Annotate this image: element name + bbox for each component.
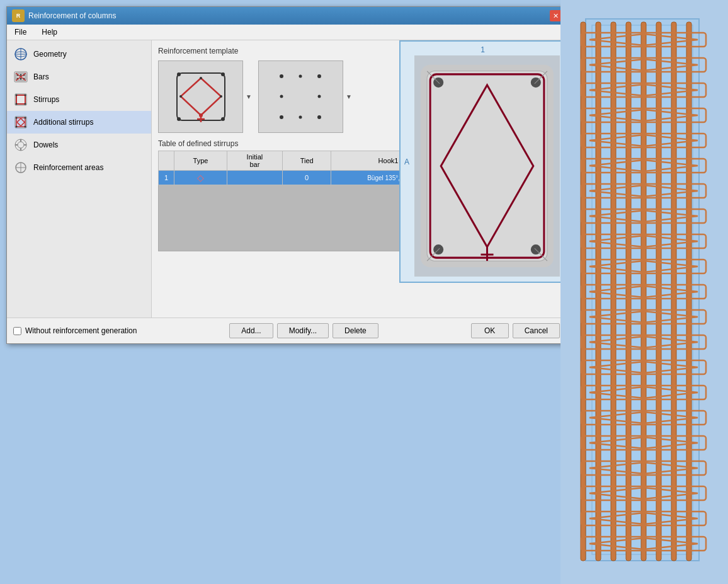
svg-point-26 xyxy=(25,117,26,119)
col-header-type: Type xyxy=(174,151,227,171)
svg-point-18 xyxy=(16,94,18,96)
dowels-icon xyxy=(13,137,28,152)
action-buttons: Add... Modify... Delete xyxy=(229,323,378,338)
svg-point-21 xyxy=(25,103,26,105)
svg-point-28 xyxy=(25,126,26,128)
type-diamond-icon: ◇ xyxy=(197,173,204,183)
sidebar-label-dowels: Dowels xyxy=(33,140,58,149)
svg-point-27 xyxy=(16,126,18,128)
template1-dropdown[interactable]: ▼ xyxy=(246,93,252,100)
row-tied: 0 xyxy=(282,171,331,185)
svg-point-20 xyxy=(16,103,18,105)
preview-panel: 1 A xyxy=(399,40,566,283)
svg-point-51 xyxy=(317,74,321,78)
modify-button[interactable]: Modify... xyxy=(277,323,329,338)
sidebar-label-reinforcement-areas: Reinforcement areas xyxy=(33,163,103,172)
template-box-1[interactable] xyxy=(158,60,243,133)
preview-label-left: A xyxy=(404,157,409,166)
svg-point-50 xyxy=(280,74,283,78)
svg-point-47 xyxy=(179,95,182,98)
template-item-1: ▼ xyxy=(158,60,252,133)
svg-rect-59 xyxy=(427,71,547,261)
sidebar-label-geometry: Geometry xyxy=(33,50,67,59)
additional-stirrups-icon xyxy=(13,115,28,130)
template-item-2: ▼ xyxy=(258,60,352,133)
sidebar-item-dowels[interactable]: Dowels xyxy=(7,134,151,156)
content-area: Geometry xyxy=(7,40,566,318)
checkbox-area: Without reinforcement generation xyxy=(13,326,137,335)
svg-marker-43 xyxy=(181,78,221,115)
add-button[interactable]: Add... xyxy=(229,323,273,338)
delete-button[interactable]: Delete xyxy=(333,323,378,338)
sidebar-item-additional-stirrups[interactable]: Additional stirrups xyxy=(7,111,151,134)
sidebar-label-stirrups: Stirrups xyxy=(33,95,59,104)
sidebar-item-geometry[interactable]: Geometry xyxy=(7,43,151,66)
row-type: ◇ xyxy=(174,171,227,185)
svg-point-54 xyxy=(280,95,283,98)
svg-rect-76 xyxy=(611,22,616,561)
sidebar-item-bars[interactable]: Bars xyxy=(7,66,151,88)
svg-rect-80 xyxy=(671,22,676,561)
sidebar: Geometry xyxy=(7,40,152,318)
geometry-icon xyxy=(13,47,28,62)
template-box-2[interactable] xyxy=(258,60,343,133)
svg-point-55 xyxy=(318,95,321,98)
row-initial-bar xyxy=(227,171,282,185)
svg-rect-77 xyxy=(626,22,631,561)
svg-rect-42 xyxy=(177,73,225,120)
close-button[interactable]: ✕ xyxy=(550,10,561,21)
dialog-window: R Reinforcement of columns ✕ File Help xyxy=(6,6,567,344)
title-bar-left: R Reinforcement of columns xyxy=(12,9,116,22)
bottom-bar: Without reinforcement generation Add... … xyxy=(7,318,566,343)
bars-icon xyxy=(13,69,28,84)
col-header-num xyxy=(159,151,174,171)
svg-rect-23 xyxy=(16,118,25,127)
svg-point-12 xyxy=(20,78,22,80)
sidebar-item-reinforcement-areas[interactable]: Reinforcement areas xyxy=(7,156,151,179)
sidebar-label-additional-stirrups: Additional stirrups xyxy=(33,118,93,127)
without-reinforcement-checkbox[interactable] xyxy=(13,327,21,335)
viz-panel xyxy=(560,0,728,584)
col-header-initial: Initialbar xyxy=(227,151,282,171)
svg-point-45 xyxy=(200,77,202,79)
svg-point-30 xyxy=(18,142,24,148)
title-bar: R Reinforcement of columns ✕ xyxy=(7,7,566,25)
menu-help[interactable]: Help xyxy=(38,26,61,38)
svg-point-19 xyxy=(25,94,26,96)
svg-point-25 xyxy=(16,117,18,119)
svg-rect-17 xyxy=(16,95,25,104)
svg-rect-79 xyxy=(656,22,661,561)
svg-point-52 xyxy=(280,115,283,119)
template2-dropdown[interactable]: ▼ xyxy=(346,93,352,100)
svg-point-56 xyxy=(299,75,302,78)
svg-point-9 xyxy=(20,74,22,76)
svg-point-46 xyxy=(220,95,222,98)
svg-rect-78 xyxy=(641,22,646,561)
without-reinforcement-label: Without reinforcement generation xyxy=(25,326,137,335)
preview-inner xyxy=(414,55,560,277)
svg-point-57 xyxy=(299,116,302,119)
stirrups-icon xyxy=(13,92,28,107)
preview-label-top: 1 xyxy=(481,45,485,54)
sidebar-label-bars: Bars xyxy=(33,72,49,81)
cancel-button[interactable]: Cancel xyxy=(513,323,560,338)
window-title: Reinforcement of columns xyxy=(28,11,116,20)
ok-button[interactable]: OK xyxy=(471,323,509,338)
reinforcement-areas-icon xyxy=(13,160,28,175)
svg-text:R: R xyxy=(16,13,21,19)
main-panel: Reinforcement template xyxy=(152,40,566,318)
app-icon: R xyxy=(12,9,25,22)
col-header-tied: Tied xyxy=(282,151,331,171)
svg-point-53 xyxy=(317,115,321,119)
svg-marker-24 xyxy=(17,118,25,126)
menu-bar: File Help xyxy=(7,25,566,40)
row-num: 1 xyxy=(159,171,174,185)
menu-file[interactable]: File xyxy=(11,26,30,38)
ok-cancel-buttons: OK Cancel xyxy=(471,323,560,338)
sidebar-item-stirrups[interactable]: Stirrups xyxy=(7,88,151,111)
